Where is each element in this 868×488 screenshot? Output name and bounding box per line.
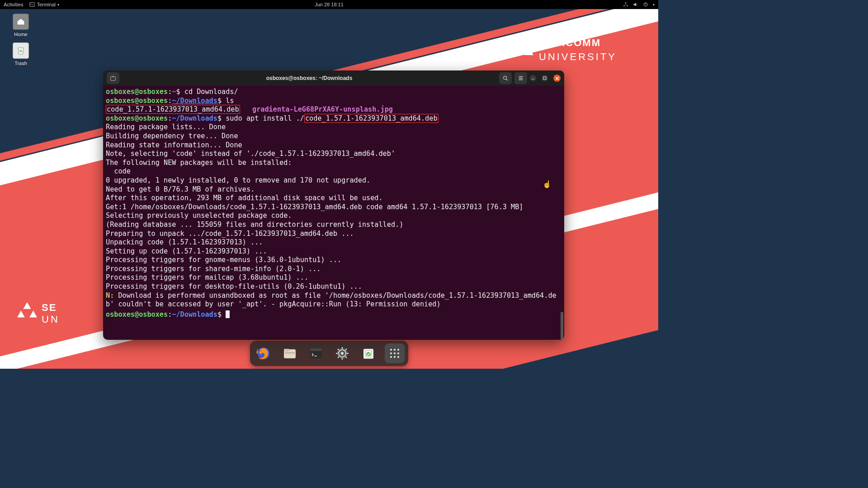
- network-icon[interactable]: [623, 2, 628, 7]
- dock-terminal[interactable]: [306, 343, 326, 363]
- desktop-home-label: Home: [8, 32, 33, 37]
- terminal-titlebar[interactable]: osboxes@osboxes: ~/Downloads: [103, 70, 564, 86]
- cmd-install-file: code_1.57.1-1623937013_amd64.deb: [304, 114, 439, 123]
- svg-line-38: [345, 357, 347, 358]
- term-line: Note, selecting 'code' instead of './cod…: [106, 150, 395, 158]
- prompt-userhost: osboxes@osboxes: [106, 97, 168, 105]
- svg-marker-2: [524, 47, 533, 55]
- clock[interactable]: Jun 28 18:11: [315, 2, 344, 7]
- term-line: Reading package lists... Done: [106, 123, 226, 131]
- power-icon[interactable]: [643, 2, 648, 7]
- ls-output-jpg: gradienta-LeG68PrXA6Y-unsplash.jpg: [252, 105, 393, 113]
- terminal-window: osboxes@osboxes: ~/Downloads osboxes@osb…: [103, 70, 564, 340]
- prompt-userhost: osboxes@osboxes: [106, 88, 168, 96]
- dock: [250, 341, 408, 366]
- svg-line-37: [338, 349, 339, 350]
- svg-marker-1: [510, 47, 519, 55]
- term-line: The following NEW packages will be insta…: [106, 159, 292, 167]
- terminal-cursor: [226, 310, 230, 318]
- volume-icon[interactable]: [633, 2, 638, 7]
- svg-rect-28: [285, 352, 295, 353]
- note-prefix: N:: [106, 291, 114, 300]
- svg-point-46: [397, 349, 399, 351]
- app-menu[interactable]: Terminal ▾: [29, 2, 59, 7]
- ls-output-deb: code_1.57.1-1623937013_amd64.deb: [106, 105, 240, 114]
- svg-point-41: [341, 352, 344, 355]
- term-line: Setting up code (1.57.1-1623937013) ...: [106, 247, 267, 255]
- svg-point-16: [504, 76, 507, 80]
- terminal-scrollbar[interactable]: [561, 312, 563, 340]
- chevron-down-icon[interactable]: ▾: [653, 3, 655, 7]
- term-line: Processing triggers for shared-mime-info…: [106, 265, 321, 273]
- svg-point-48: [394, 352, 396, 354]
- terminal-output[interactable]: osboxes@osboxes:~$ cd Downloads/ osboxes…: [103, 86, 564, 340]
- dock-trash[interactable]: [359, 343, 378, 363]
- svg-point-44: [390, 349, 392, 351]
- svg-point-52: [397, 356, 399, 358]
- term-line: Need to get 0 B/76.3 MB of archives.: [106, 185, 255, 193]
- svg-marker-0: [517, 37, 526, 45]
- svg-rect-27: [284, 349, 289, 352]
- svg-line-40: [345, 349, 347, 350]
- brand-line2-small: UN: [42, 314, 60, 325]
- brand-line1-small: SE: [42, 302, 60, 314]
- term-line: Processing triggers for gnome-menus (3.3…: [106, 256, 341, 264]
- svg-line-39: [338, 357, 339, 358]
- dock-firefox[interactable]: [254, 343, 274, 363]
- term-line: Reading state information... Done: [106, 141, 242, 149]
- prompt-path: ~/Downloads: [172, 310, 217, 319]
- chevron-down-icon: ▾: [57, 3, 59, 7]
- close-button[interactable]: [553, 75, 561, 82]
- svg-point-45: [394, 349, 396, 351]
- svg-point-47: [390, 352, 392, 354]
- trash-icon: [13, 42, 29, 59]
- term-line: 0 upgraded, 1 newly installed, 0 to remo…: [106, 176, 370, 184]
- dock-settings[interactable]: [332, 343, 352, 363]
- gnome-topbar: Activities Terminal ▾ Jun 28 18:11 ▾: [0, 0, 658, 9]
- terminal-icon: [29, 2, 35, 7]
- search-button[interactable]: [499, 72, 512, 84]
- svg-point-51: [394, 356, 396, 358]
- svg-rect-22: [543, 77, 546, 80]
- desktop-home[interactable]: Home: [8, 14, 33, 37]
- svg-point-49: [397, 352, 399, 354]
- cmd-cd: cd Downloads/: [184, 88, 238, 96]
- svg-marker-5: [29, 310, 37, 317]
- term-line: Processing triggers for mailcap (3.68ubu…: [106, 273, 308, 282]
- term-line: Selecting previously unselected package …: [106, 211, 292, 220]
- prompt-path: ~/Downloads: [172, 114, 217, 122]
- term-line: Preparing to unpack .../code_1.57.1-1623…: [106, 230, 354, 238]
- hamburger-menu-button[interactable]: [514, 72, 527, 84]
- brand-line2: UNIVERSITY: [539, 50, 617, 64]
- triangle-icon: [510, 37, 533, 61]
- activities-button[interactable]: Activities: [4, 2, 23, 7]
- brand-logo-small: SE UN: [42, 302, 60, 325]
- svg-rect-30: [310, 348, 322, 351]
- dock-files[interactable]: [280, 343, 300, 363]
- cmd-ls: ls: [226, 97, 234, 105]
- note-text: Download is performed unsandboxed as roo…: [106, 291, 557, 309]
- svg-marker-3: [24, 302, 31, 309]
- mouse-cursor-icon: ☝: [542, 180, 552, 188]
- svg-marker-4: [17, 310, 25, 317]
- home-folder-icon: [13, 14, 29, 30]
- term-line: After this operation, 293 MB of addition…: [106, 194, 383, 202]
- terminal-title: osboxes@osboxes: ~/Downloads: [122, 75, 496, 81]
- app-menu-label: Terminal: [37, 2, 56, 7]
- brand-line1: SEDICOMM: [539, 36, 617, 50]
- new-tab-button[interactable]: [107, 72, 119, 84]
- maximize-button[interactable]: [542, 75, 548, 81]
- dock-show-apps[interactable]: [385, 343, 405, 363]
- prompt-userhost: osboxes@osboxes: [106, 310, 168, 319]
- desktop-trash[interactable]: Trash: [8, 42, 33, 66]
- svg-point-50: [390, 356, 392, 358]
- cmd-install-prefix: sudo apt install ./: [226, 114, 304, 122]
- term-line: code: [106, 167, 131, 175]
- svg-rect-6: [30, 3, 35, 7]
- minimize-button[interactable]: [530, 75, 536, 81]
- term-line: Processing triggers for desktop-file-uti…: [106, 282, 362, 291]
- term-line: Get:1 /home/osboxes/Downloads/code_1.57.…: [106, 203, 524, 211]
- brand-logo: SEDICOMM UNIVERSITY: [539, 36, 617, 64]
- svg-line-17: [506, 79, 508, 81]
- triangle-icon: [17, 302, 37, 322]
